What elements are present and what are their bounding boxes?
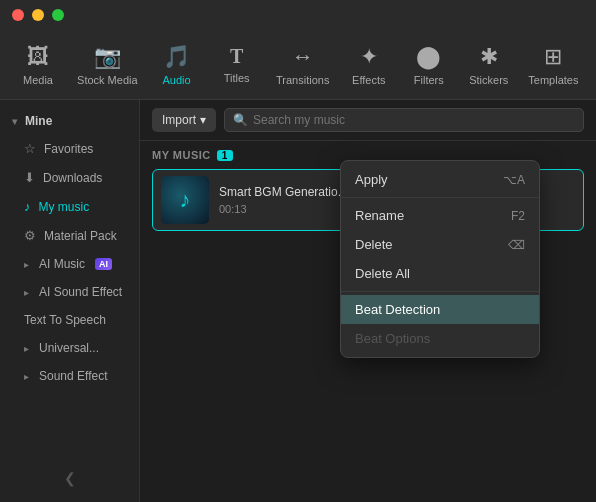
sidebar-label-material-pack: Material Pack [44,229,117,243]
toolbar-item-audio[interactable]: 🎵 Audio [147,38,207,92]
my-music-icon: ♪ [24,199,31,214]
sidebar-item-universal[interactable]: ▸ Universal... [4,334,135,362]
ai-badge: AI [95,258,112,270]
toolbar-item-transitions[interactable]: ↔ Transitions [267,38,339,92]
sidebar-item-ai-music[interactable]: ▸ AI Music AI [4,250,135,278]
delete-all-label: Delete All [355,266,410,281]
effects-icon: ✦ [360,44,378,70]
maximize-button[interactable] [52,9,64,21]
sidebar-collapse-button[interactable]: ❮ [0,462,139,494]
sidebar-label-ai-sound-effect: AI Sound Effect [39,285,122,299]
sidebar-item-sound-effect[interactable]: ▸ Sound Effect [4,362,135,390]
filters-icon: ⬤ [416,44,441,70]
content-header: Import ▾ 🔍 [140,100,596,141]
context-menu-delete-all[interactable]: Delete All [341,259,539,288]
ai-sound-arrow-icon: ▸ [24,287,29,298]
toolbar-item-media[interactable]: 🖼 Media [8,38,68,92]
sidebar-label-favorites: Favorites [44,142,93,156]
context-menu-divider-1 [341,197,539,198]
beat-detection-label: Beat Detection [355,302,440,317]
search-box: 🔍 [224,108,584,132]
import-chevron-icon: ▾ [200,113,206,127]
toolbar-item-titles[interactable]: T Titles [207,39,267,90]
context-menu: Apply ⌥A Rename F2 Delete ⌫ Delete All B… [340,160,540,358]
search-icon: 🔍 [233,113,248,127]
stickers-icon: ✱ [480,44,498,70]
toolbar-label-effects: Effects [352,74,385,86]
content-area: Import ▾ 🔍 MY MUSIC 1 ♪ Smart BGM Genera… [140,100,596,502]
favorites-icon: ☆ [24,141,36,156]
my-music-text: MY MUSIC [152,149,211,161]
apply-shortcut: ⌥A [503,173,525,187]
toolbar-label-filters: Filters [414,74,444,86]
sidebar-label-ai-music: AI Music [39,257,85,271]
sidebar-label-sound-effect: Sound Effect [39,369,108,383]
titles-icon: T [230,45,243,68]
rename-shortcut: F2 [511,209,525,223]
main-layout: ▾ Mine ☆ Favorites ⬇ Downloads ♪ My musi… [0,100,596,502]
ai-music-arrow-icon: ▸ [24,259,29,270]
delete-label: Delete [355,237,393,252]
context-menu-divider-2 [341,291,539,292]
context-menu-beat-options: Beat Options [341,324,539,353]
sidebar-item-my-music[interactable]: ♪ My music [4,192,135,221]
toolbar-item-filters[interactable]: ⬤ Filters [399,38,459,92]
music-thumbnail: ♪ [161,176,209,224]
sidebar-label-downloads: Downloads [43,171,102,185]
toolbar-label-stickers: Stickers [469,74,508,86]
rename-label: Rename [355,208,404,223]
title-bar [0,0,596,30]
delete-shortcut: ⌫ [508,238,525,252]
sidebar-item-downloads[interactable]: ⬇ Downloads [4,163,135,192]
my-music-count-badge: 1 [217,150,233,161]
transitions-icon: ↔ [292,44,314,70]
import-label: Import [162,113,196,127]
stock-media-icon: 📷 [94,44,121,70]
minimize-button[interactable] [32,9,44,21]
sidebar: ▾ Mine ☆ Favorites ⬇ Downloads ♪ My musi… [0,100,140,502]
toolbar-item-stock-media[interactable]: 📷 Stock Media [68,38,147,92]
toolbar-label-templates: Templates [528,74,578,86]
toolbar-item-templates[interactable]: ⊞ Templates [519,38,588,92]
toolbar-label-transitions: Transitions [276,74,329,86]
apply-label: Apply [355,172,388,187]
toolbar-label-titles: Titles [224,72,250,84]
context-menu-rename[interactable]: Rename F2 [341,201,539,230]
sidebar-label-universal: Universal... [39,341,99,355]
mine-arrow-icon: ▾ [12,116,17,127]
context-menu-apply[interactable]: Apply ⌥A [341,165,539,194]
sidebar-section-mine: ▾ Mine [0,108,139,134]
toolbar-item-effects[interactable]: ✦ Effects [339,38,399,92]
music-note-icon: ♪ [180,187,191,213]
toolbar-label-audio: Audio [163,74,191,86]
sidebar-item-text-to-speech[interactable]: Text To Speech [4,306,135,334]
context-menu-delete[interactable]: Delete ⌫ [341,230,539,259]
audio-icon: 🎵 [163,44,190,70]
universal-arrow-icon: ▸ [24,343,29,354]
sidebar-label-text-to-speech: Text To Speech [24,313,106,327]
toolbar-label-stock-media: Stock Media [77,74,138,86]
context-menu-beat-detection[interactable]: Beat Detection [341,295,539,324]
material-pack-icon: ⚙ [24,228,36,243]
import-button[interactable]: Import ▾ [152,108,216,132]
beat-options-label: Beat Options [355,331,430,346]
toolbar: 🖼 Media 📷 Stock Media 🎵 Audio T Titles ↔… [0,30,596,100]
search-input[interactable] [253,113,575,127]
sidebar-label-my-music: My music [39,200,90,214]
downloads-icon: ⬇ [24,170,35,185]
close-button[interactable] [12,9,24,21]
templates-icon: ⊞ [544,44,562,70]
toolbar-item-stickers[interactable]: ✱ Stickers [459,38,519,92]
sidebar-item-material-pack[interactable]: ⚙ Material Pack [4,221,135,250]
sidebar-mine-label: Mine [25,114,52,128]
sound-effect-arrow-icon: ▸ [24,371,29,382]
media-icon: 🖼 [27,44,49,70]
toolbar-label-media: Media [23,74,53,86]
sidebar-item-favorites[interactable]: ☆ Favorites [4,134,135,163]
chevron-left-icon: ❮ [64,470,76,486]
sidebar-item-ai-sound-effect[interactable]: ▸ AI Sound Effect [4,278,135,306]
